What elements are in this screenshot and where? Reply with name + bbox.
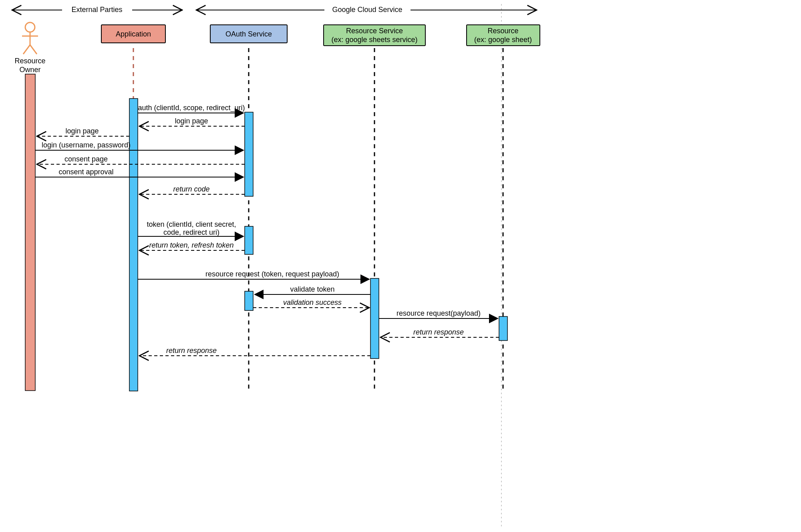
msg-return-response-2: return response (139, 347, 370, 356)
msg-validate-token: validate token (255, 285, 370, 294)
svg-line-7 (23, 45, 30, 54)
msg-login-page-app: login page (139, 117, 245, 126)
svg-text:login page: login page (65, 127, 99, 135)
activation-resource (499, 316, 507, 341)
svg-text:consent approval: consent approval (58, 168, 113, 176)
msg-consent-page: consent page (37, 155, 245, 164)
msg-validation-success: validation success (253, 298, 369, 308)
msg-return-code: return code (139, 185, 245, 194)
msg-token: token (clientId, client secret, code, re… (138, 220, 244, 236)
actor-application: Application (101, 25, 165, 43)
svg-text:return response: return response (166, 347, 217, 355)
msg-resource-request: resource request (token, request payload… (138, 270, 369, 279)
activation-oauth-2 (245, 226, 253, 254)
msg-consent-approval: consent approval (35, 168, 244, 177)
owner-label-1: Resource (14, 57, 45, 65)
google-cloud-label: Google Cloud Service (332, 6, 402, 14)
activation-oauth-1 (245, 112, 253, 196)
svg-text:login (username, password): login (username, password) (42, 141, 131, 149)
activation-application (129, 99, 138, 391)
resource-label-2: (ex: google sheet) (474, 36, 532, 44)
resource-service-label-2: (ex: google sheets service) (331, 36, 417, 44)
top-group-external: External Parties (12, 3, 182, 15)
actor-resource-owner: Resource Owner (14, 22, 45, 74)
msg-auth: auth (clientId, scope, redirect_uri) (138, 104, 245, 113)
svg-text:login page: login page (175, 117, 208, 125)
external-parties-label: External Parties (71, 6, 122, 14)
svg-text:token (clientId, client secret: token (clientId, client secret, (147, 220, 236, 228)
svg-text:validate token: validate token (290, 285, 334, 293)
svg-text:return response: return response (413, 328, 464, 336)
msg-login: login (username, password) (35, 141, 244, 150)
activation-resource-service (370, 278, 379, 359)
msg-resource-request-payload: resource request(payload) (379, 309, 498, 318)
msg-return-response-1: return response (380, 328, 499, 337)
svg-text:auth (clientId, scope, redirec: auth (clientId, scope, redirect_uri) (138, 104, 245, 112)
activation-oauth-3 (245, 291, 253, 310)
top-group-google: Google Cloud Service (196, 3, 537, 15)
resource-service-label-1: Resource Service (346, 27, 403, 35)
svg-text:return token, refresh token: return token, refresh token (149, 241, 233, 249)
svg-text:return code: return code (173, 185, 209, 193)
application-label: Application (116, 30, 151, 38)
svg-text:resource request (token, reque: resource request (token, request payload… (205, 270, 339, 278)
actor-oauth: OAuth Service (210, 25, 287, 43)
svg-text:code, redirect uri): code, redirect uri) (163, 228, 219, 236)
actor-resource-service: Resource Service (ex: google sheets serv… (324, 25, 425, 46)
owner-label-2: Owner (19, 66, 40, 74)
actor-resource: Resource (ex: google sheet) (467, 25, 540, 46)
msg-login-page-owner: login page (37, 127, 129, 136)
resource-label-1: Resource (487, 27, 518, 35)
svg-point-4 (25, 22, 35, 32)
svg-text:validation success: validation success (283, 298, 342, 306)
svg-line-8 (30, 45, 37, 54)
activation-owner (25, 74, 35, 391)
svg-text:consent page: consent page (64, 155, 108, 163)
sequence-diagram: External Parties Google Cloud Service Re… (0, 0, 801, 532)
svg-text:resource request(payload): resource request(payload) (396, 309, 481, 317)
msg-return-token: return token, refresh token (139, 241, 245, 250)
oauth-label: OAuth Service (225, 30, 272, 38)
